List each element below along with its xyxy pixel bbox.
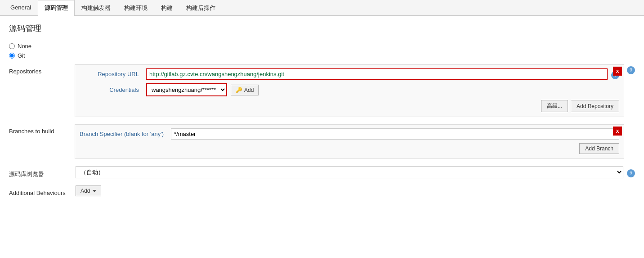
tab-build-env[interactable]: 构建环境 [117, 0, 154, 16]
repositories-close-button[interactable]: x [613, 67, 622, 76]
source-browser-label: 源码库浏览器 [9, 167, 72, 178]
branch-action-buttons: Add Branch [80, 143, 619, 154]
credentials-add-label: Add [244, 87, 254, 93]
branch-specifier-input[interactable] [171, 128, 619, 140]
credentials-label: Credentials [80, 86, 143, 93]
repositories-label: Repositories [9, 64, 72, 75]
advanced-button[interactable]: 高级... [541, 100, 568, 112]
page-content: 源码管理 None Git Repositories x Repository … [0, 16, 644, 258]
tab-source-mgmt[interactable]: 源码管理 [38, 0, 75, 16]
page-title: 源码管理 [9, 23, 635, 34]
key-icon: 🔑 [236, 87, 242, 93]
additional-behaviours-row: Additional Behaviours Add [9, 186, 635, 196]
close-icon: x [616, 68, 619, 74]
repo-action-buttons: 高级... Add Repository [80, 100, 619, 112]
branches-label: Branches to build [9, 124, 72, 135]
tabs-bar: General 源码管理 构建触发器 构建环境 构建 构建后操作 [0, 0, 644, 16]
credentials-row: Credentials wangshengzhuang/****** 🔑 Add… [80, 83, 619, 96]
source-browser-help-icon[interactable]: ? [627, 169, 635, 177]
radio-none-input[interactable] [9, 43, 15, 49]
tab-build[interactable]: 构建 [154, 0, 179, 16]
tab-general[interactable]: General [4, 0, 38, 16]
chevron-down-icon [93, 190, 96, 192]
repositories-body: x Repository URL ? Credentials wangsheng… [75, 64, 624, 117]
repo-url-label: Repository URL [80, 71, 143, 77]
branches-body: x Branch Specifier (blank for 'any') Add… [75, 124, 624, 159]
branch-specifier-row: Branch Specifier (blank for 'any') [80, 128, 619, 140]
source-browser-select[interactable]: （自动） [76, 166, 623, 178]
repo-url-input[interactable] [146, 68, 608, 80]
radio-group: None Git [9, 43, 635, 59]
radio-git-option: Git [9, 52, 635, 59]
radio-none-label[interactable]: None [18, 43, 31, 50]
radio-git-input[interactable] [9, 53, 15, 59]
close-icon: x [616, 128, 619, 134]
repositories-help-icon[interactable]: ? [627, 66, 635, 74]
add-behaviour-button[interactable]: Add [76, 186, 101, 196]
tab-post-build[interactable]: 构建后操作 [179, 0, 222, 16]
add-behaviour-label: Add [80, 188, 90, 194]
radio-none-option: None [9, 43, 635, 50]
additional-behaviours-label: Additional Behaviours [9, 186, 72, 196]
branches-close-button[interactable]: x [613, 127, 622, 136]
branch-specifier-label: Branch Specifier (blank for 'any') [80, 131, 167, 137]
radio-git-label[interactable]: Git [18, 52, 25, 59]
credentials-select[interactable]: wangshengzhuang/****** [146, 83, 227, 96]
add-repository-button[interactable]: Add Repository [571, 100, 619, 112]
tab-build-trigger[interactable]: 构建触发器 [75, 0, 117, 16]
repositories-section: Repositories x Repository URL ? Credenti… [9, 64, 635, 117]
repo-url-row: Repository URL ? [80, 68, 619, 80]
credentials-add-button[interactable]: 🔑 Add [231, 85, 259, 95]
branches-section: Branches to build x Branch Specifier (bl… [9, 124, 635, 159]
add-branch-button[interactable]: Add Branch [579, 143, 619, 154]
source-browser-row: 源码库浏览器 （自动） ? [9, 166, 635, 178]
